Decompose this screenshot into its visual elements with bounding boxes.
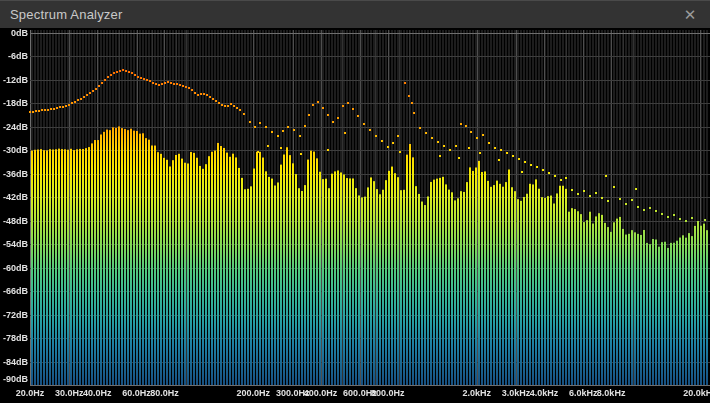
y-axis-label: -6dB (0, 51, 28, 61)
close-icon[interactable]: ✕ (680, 5, 700, 25)
title-bar[interactable]: Spectrum Analyzer ✕ (0, 0, 710, 28)
x-axis-label: 800.0Hz (356, 388, 420, 398)
y-axis-label: -60dB (0, 263, 28, 273)
y-axis-label: -42dB (0, 192, 28, 202)
x-axis-label: 80.0Hz (132, 388, 196, 398)
spectrum-plot-area: 0dB-6dB-12dB-18dB-24dB-30dB-36dB-42dB-48… (0, 28, 710, 403)
y-axis-label: -18dB (0, 98, 28, 108)
y-axis-label: -54dB (0, 239, 28, 249)
y-axis-label: -12dB (0, 75, 28, 85)
y-axis-label: -78dB (0, 333, 28, 343)
y-axis-label: -66dB (0, 286, 28, 296)
y-axis-label: -90dB (0, 374, 28, 384)
x-axis-label: 8.0kHz (579, 388, 643, 398)
spectrum-analyzer-window: Spectrum Analyzer ✕ 0dB-6dB-12dB-18dB-24… (0, 0, 710, 403)
y-axis-label: -48dB (0, 216, 28, 226)
spectrum-canvas (0, 28, 710, 403)
y-axis-label: -36dB (0, 169, 28, 179)
y-axis-label: -24dB (0, 122, 28, 132)
y-axis-label: 0dB (0, 28, 28, 38)
y-axis-label: -30dB (0, 145, 28, 155)
y-axis-label: -72dB (0, 310, 28, 320)
window-title: Spectrum Analyzer (10, 7, 123, 22)
y-axis-label: -84dB (0, 357, 28, 367)
x-axis-label: 20.0kHz (668, 388, 710, 398)
